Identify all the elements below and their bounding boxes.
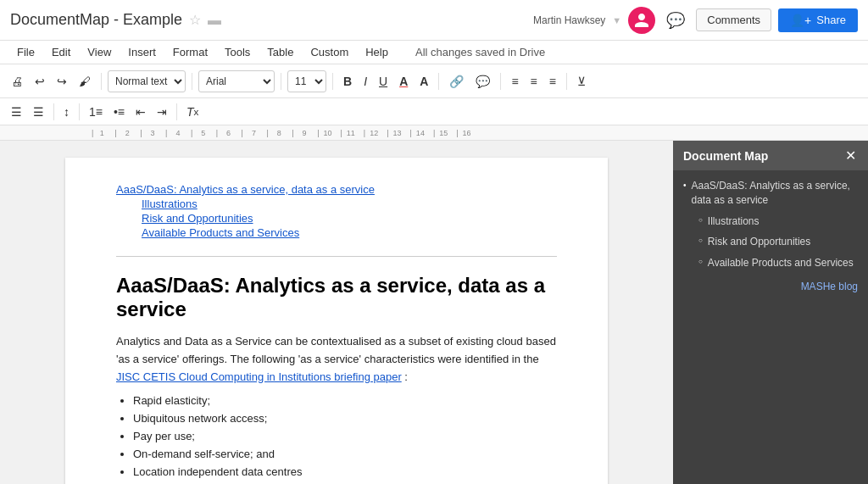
user-icon <box>633 12 650 29</box>
divider8 <box>53 103 54 120</box>
doc-title: DocumentMap - Example <box>10 11 182 29</box>
dm-item-risk: ○ Risk and Opportunities <box>698 235 858 249</box>
comments-button[interactable]: Comments <box>696 8 771 31</box>
undo-button[interactable]: ↩ <box>31 71 49 92</box>
ruler: | 1 | 2 | 3 | 4 | 5 | 6 | 7 | 8 | 9 | 10… <box>0 125 868 141</box>
mashe-blog-link[interactable]: MASHe blog <box>683 281 858 292</box>
menu-file[interactable]: File <box>10 43 42 61</box>
doc-body-text2: : <box>404 370 408 383</box>
share-icon: 👤+ <box>790 14 811 27</box>
list-item: Location independent data centres <box>133 465 557 478</box>
list-item: On-demand self-service; and <box>133 448 557 460</box>
doc-map-close-button[interactable]: ✕ <box>843 147 858 164</box>
ruler-bg: | 1 | 2 | 3 | 4 | 5 | 6 | 7 | 8 | 9 | 10… <box>92 129 471 137</box>
saved-message: All changes saved in Drive <box>415 46 545 58</box>
dm-item-products: ○ Available Products and Services <box>698 256 858 270</box>
font-select[interactable]: Arial Times New Roman <box>198 70 275 92</box>
numbered-list-button[interactable]: 1≡ <box>85 102 107 122</box>
topbar: DocumentMap - Example ☆ ▬ Martin Hawksey… <box>0 0 868 41</box>
redo-button[interactable]: ↪ <box>53 71 71 92</box>
menu-help[interactable]: Help <box>359 43 395 61</box>
list-item: Ubiquitous network access; <box>133 412 557 425</box>
divider3 <box>281 73 281 90</box>
divider6 <box>500 73 501 90</box>
style-select[interactable]: Normal text Heading 1 Heading 2 <box>108 70 186 92</box>
dm-item-illustrations: ○ Illustrations <box>698 214 858 229</box>
doc-map-content: • AaaS/DaaS: Analytics as a service, dat… <box>673 170 868 484</box>
clear-format-button[interactable]: Tx <box>182 102 203 122</box>
toc-section: AaaS/DaaS: Analytics as a service, data … <box>116 183 557 239</box>
align-justify-button[interactable]: ☰ <box>7 102 26 122</box>
divider9 <box>79 103 80 120</box>
link-button[interactable]: 🔗 <box>445 71 468 92</box>
share-button[interactable]: 👤+ Share <box>778 8 858 32</box>
toolbar2: ☰ ☰ ↕ 1≡ •≡ ⇤ ⇥ Tx <box>0 98 868 125</box>
dm-circle-icon3: ○ <box>698 258 703 265</box>
folder-icon[interactable]: ▬ <box>208 13 221 28</box>
list-item: Pay per use; <box>133 430 557 442</box>
divider1 <box>101 73 102 90</box>
dm-circle-icon2: ○ <box>698 236 703 244</box>
topbar-left: DocumentMap - Example ☆ ▬ <box>10 11 221 29</box>
menu-custom[interactable]: Custom <box>303 43 355 61</box>
print-button[interactable]: 🖨 <box>7 71 27 92</box>
doc-area[interactable]: AaaS/DaaS: Analytics as a service, data … <box>0 141 673 484</box>
dm-bullet-icon: • <box>683 181 687 190</box>
doc-map-panel: Document Map ✕ • AaaS/DaaS: Analytics as… <box>673 141 868 484</box>
user-name: Martin Hawksey <box>533 14 605 26</box>
divider2 <box>192 73 192 90</box>
star-icon[interactable]: ☆ <box>189 12 201 28</box>
chat-button[interactable]: 💬 <box>662 7 689 34</box>
toc-link-risk[interactable]: Risk and Opportunities <box>142 212 557 225</box>
toc-link-main[interactable]: AaaS/DaaS: Analytics as a service, data … <box>116 183 557 196</box>
decrease-indent-button[interactable]: ⇤ <box>131 102 150 122</box>
doc-map-title: Document Map <box>683 149 768 163</box>
font-color-button[interactable]: A <box>395 71 412 92</box>
highlight-button[interactable]: A <box>415 71 432 92</box>
italic-button[interactable]: I <box>359 71 371 92</box>
doc-map-header: Document Map ✕ <box>673 141 868 170</box>
divider4 <box>332 73 333 90</box>
menu-edit[interactable]: Edit <box>45 43 77 61</box>
doc-body-text1: Analytics and Data as a Service can be c… <box>116 335 556 365</box>
toc-divider <box>116 256 557 257</box>
align-right2-button[interactable]: ☰ <box>29 102 48 122</box>
more-button[interactable]: ⊻ <box>573 71 590 92</box>
toc-link-products[interactable]: Available Products and Services <box>142 226 557 239</box>
doc-page: AaaS/DaaS: Analytics as a service, data … <box>65 158 608 484</box>
user-avatar-button[interactable] <box>628 7 655 34</box>
topbar-right: Martin Hawksey ▼ 💬 Comments 👤+ Share <box>533 7 858 34</box>
doc-body-para: Analytics and Data as a Service can be c… <box>116 333 557 386</box>
align-center-button[interactable]: ≡ <box>526 71 542 92</box>
menu-insert[interactable]: Insert <box>121 43 163 61</box>
dm-sub-items: ○ Illustrations ○ Risk and Opportunities… <box>683 214 858 270</box>
main-layout: AaaS/DaaS: Analytics as a service, data … <box>0 141 868 484</box>
dm-circle-icon1: ○ <box>698 216 703 224</box>
dm-item-main-text: AaaS/DaaS: Analytics as a service, data … <box>692 179 858 208</box>
font-size-select[interactable]: 11 12 14 <box>287 70 326 92</box>
divider10 <box>176 103 177 120</box>
menubar: File Edit View Insert Format Tools Table… <box>0 41 868 64</box>
paint-format-button[interactable]: 🖌 <box>75 71 95 92</box>
menu-format[interactable]: Format <box>166 43 214 61</box>
align-right-button[interactable]: ≡ <box>545 71 560 92</box>
divider7 <box>566 73 567 90</box>
doc-list: Rapid elasticity; Ubiquitous network acc… <box>133 394 557 478</box>
dm-risk-text: Risk and Opportunities <box>708 235 810 249</box>
user-dropdown-icon[interactable]: ▼ <box>612 15 621 25</box>
dm-illustrations-text: Illustrations <box>708 214 760 229</box>
menu-view[interactable]: View <box>81 43 118 61</box>
comment-inline-button[interactable]: 💬 <box>471 71 494 92</box>
toc-link-illustrations[interactable]: Illustrations <box>142 197 557 210</box>
bold-button[interactable]: B <box>339 71 356 92</box>
doc-cetis-link[interactable]: JISC CETIS Cloud Computing in Institutio… <box>116 370 402 383</box>
increase-indent-button[interactable]: ⇥ <box>153 102 171 122</box>
divider5 <box>438 73 439 90</box>
dm-item-main: • AaaS/DaaS: Analytics as a service, dat… <box>683 179 858 208</box>
underline-button[interactable]: U <box>375 71 392 92</box>
menu-tools[interactable]: Tools <box>218 43 257 61</box>
align-left-button[interactable]: ≡ <box>507 71 522 92</box>
menu-table[interactable]: Table <box>260 43 300 61</box>
line-spacing-button[interactable]: ↕ <box>59 102 74 122</box>
bullet-list-button[interactable]: •≡ <box>109 102 129 122</box>
